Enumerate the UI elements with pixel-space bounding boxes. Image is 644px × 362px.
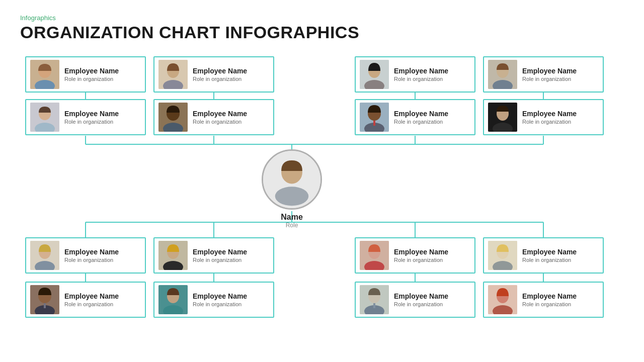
infographics-label: Infographics [20, 14, 624, 22]
emp-name: Employee Name [64, 110, 119, 118]
emp-name: Employee Name [394, 110, 448, 118]
bottom-col2-card-2: Employee Name Role in organization [153, 282, 274, 318]
bottom-col4-card-2: Employee Name Role in organization [483, 282, 604, 318]
main-title: ORGANIZATION CHART INFOGRAPHICS [20, 23, 624, 42]
emp-role: Role in organization [522, 257, 577, 263]
top-left-card-1: Employee Name Role in organization [25, 56, 146, 93]
emp-name: Employee Name [64, 292, 119, 301]
emp-name: Employee Name [394, 67, 448, 75]
svg-rect-67 [373, 303, 375, 308]
emp-name: Employee Name [522, 248, 577, 256]
emp-name: Employee Name [394, 292, 448, 301]
emp-role: Role in organization [193, 301, 247, 307]
emp-name: Employee Name [522, 67, 577, 75]
emp-role: Role in organization [394, 119, 448, 125]
svg-point-47 [275, 187, 309, 206]
emp-name: Employee Name [522, 292, 577, 301]
emp-role: Role in organization [522, 119, 577, 125]
avatar [30, 103, 59, 132]
bottom-col3-card-2: Employee Name Role in organization [355, 282, 475, 318]
emp-role: Role in organization [64, 76, 119, 82]
emp-name: Employee Name [394, 248, 448, 256]
emp-role: Role in organization [522, 76, 577, 82]
chart-area: Employee Name Role in organization Emplo [20, 51, 624, 358]
top-col3-card-2: Employee Name Role in organization [355, 99, 475, 135]
bottom-col1-card-1: Employee Name Role in organization [25, 237, 146, 274]
avatar [360, 60, 389, 89]
emp-role: Role in organization [522, 301, 577, 307]
bottom-col2-card-1: Employee Name Role in organization [153, 237, 274, 274]
avatar [488, 285, 517, 314]
avatar [360, 241, 389, 270]
avatar [360, 103, 389, 132]
avatar [30, 60, 59, 89]
emp-role: Role in organization [394, 76, 448, 82]
avatar [158, 103, 188, 132]
emp-name: Employee Name [193, 292, 247, 301]
emp-role: Role in organization [193, 257, 247, 263]
emp-name: Employee Name [193, 248, 247, 256]
top-col2-card-1: Employee Name Role in organization [153, 56, 274, 93]
emp-role: Role in organization [64, 301, 119, 307]
emp-role: Role in organization [193, 119, 247, 125]
avatar [488, 103, 517, 132]
page: Infographics ORGANIZATION CHART INFOGRAP… [0, 0, 644, 362]
emp-role: Role in organization [394, 301, 448, 307]
svg-rect-54 [44, 303, 46, 308]
avatar [158, 241, 188, 270]
emp-role: Role in organization [193, 76, 247, 82]
avatar [158, 285, 188, 314]
bottom-col4-card-1: Employee Name Role in organization [483, 237, 604, 274]
emp-name: Employee Name [193, 67, 247, 75]
center-node: Name Role [262, 149, 322, 229]
emp-role: Role in organization [394, 257, 448, 263]
top-col4-card-1: Employee Name Role in organization [483, 56, 604, 93]
emp-name: Employee Name [193, 110, 247, 118]
avatar [158, 60, 188, 89]
avatar [30, 285, 59, 314]
avatar [488, 60, 517, 89]
bottom-col3-card-1: Employee Name Role in organization [355, 237, 475, 274]
emp-name: Employee Name [64, 248, 119, 256]
top-left-card-2: Employee Name Role in organization [25, 99, 146, 135]
top-col4-card-2: Employee Name Role in organization [483, 99, 604, 135]
top-col3-card-1: Employee Name Role in organization [355, 56, 475, 93]
svg-rect-38 [373, 121, 375, 126]
avatar [488, 241, 517, 270]
bottom-col1-card-2: Employee Name Role in organization [25, 282, 146, 318]
center-name: Name [281, 213, 303, 222]
emp-name: Employee Name [522, 110, 577, 118]
emp-role: Role in organization [64, 257, 119, 263]
avatar [30, 241, 59, 270]
top-col2-card-2: Employee Name Role in organization [153, 99, 274, 135]
center-role: Role [281, 222, 303, 229]
emp-name: Employee Name [64, 67, 119, 75]
avatar [360, 285, 389, 314]
emp-role: Role in organization [64, 119, 119, 125]
